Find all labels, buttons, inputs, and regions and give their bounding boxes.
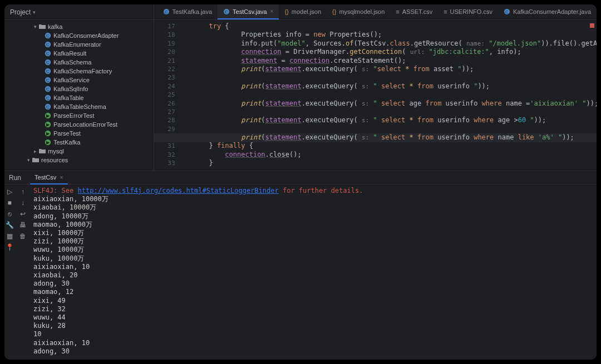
top-pane: Project ▾ ▾kafkaCKafkaConsumerAdapterCKa… bbox=[4, 4, 597, 171]
line-number[interactable]: 18 bbox=[154, 31, 175, 39]
close-icon[interactable]: × bbox=[60, 174, 63, 181]
tree-item[interactable]: CKafkaSchema bbox=[4, 58, 154, 67]
svg-text:C: C bbox=[46, 78, 50, 83]
line-number[interactable]: 26 bbox=[154, 99, 175, 108]
run-class-icon: ▶ bbox=[45, 121, 51, 128]
project-tree: ▾kafkaCKafkaConsumerAdapterCKafkaEnumera… bbox=[4, 20, 154, 164]
class-icon: C bbox=[45, 50, 51, 57]
rerun-icon[interactable]: ▷ bbox=[7, 188, 12, 196]
folder-icon bbox=[39, 148, 46, 154]
line-number[interactable]: 20 bbox=[154, 48, 175, 56]
svg-text:C: C bbox=[46, 51, 50, 56]
csv-file-icon: ≡ bbox=[396, 8, 399, 15]
tree-item[interactable]: CKafkaTable bbox=[4, 93, 154, 102]
class-icon: C bbox=[45, 68, 51, 74]
svg-text:C: C bbox=[46, 104, 50, 109]
layout-icon[interactable]: ▦ bbox=[7, 232, 13, 240]
svg-text:C: C bbox=[165, 9, 168, 14]
close-icon[interactable]: × bbox=[270, 8, 274, 14]
class-icon: C bbox=[45, 59, 51, 66]
tree-item[interactable]: ▶ParseErrorTest bbox=[4, 111, 154, 120]
pin-icon[interactable]: 📍 bbox=[6, 243, 14, 251]
folder-icon bbox=[32, 157, 39, 163]
line-number[interactable]: 23 bbox=[154, 73, 175, 82]
tree-item[interactable]: CKafkaResult bbox=[4, 49, 154, 58]
softwrap-icon[interactable]: ↩ bbox=[20, 210, 26, 218]
error-stripe-mark[interactable] bbox=[590, 23, 594, 28]
line-number[interactable]: 28 bbox=[154, 116, 175, 124]
line-number[interactable]: 24 bbox=[154, 82, 175, 91]
svg-text:C: C bbox=[505, 9, 509, 14]
svg-text:▶: ▶ bbox=[46, 122, 50, 127]
run-body: ▷ ■ ⎋ 🔧 ▦ 📍 ↑ ↓ ↩ 🖶 🗑 SLF4J: See http://… bbox=[4, 185, 597, 360]
line-number[interactable]: 25 bbox=[154, 91, 175, 99]
tree-item[interactable]: ▶TestKafka bbox=[4, 138, 154, 147]
editor-tab[interactable]: CTestCsv.java× bbox=[218, 4, 279, 19]
class-icon: C bbox=[45, 32, 51, 39]
editor-tab[interactable]: ≡ASSET.csv bbox=[390, 4, 438, 19]
csv-file-icon: ≡ bbox=[444, 8, 447, 15]
editor-tab[interactable]: CTestKafka.java bbox=[157, 4, 218, 19]
svg-text:▶: ▶ bbox=[46, 113, 50, 118]
editor-tab[interactable]: {}mysqlmodel.json bbox=[327, 4, 390, 19]
editor-tab[interactable]: {}model.json bbox=[279, 4, 327, 19]
java-file-icon: C bbox=[504, 8, 510, 15]
class-icon: C bbox=[45, 94, 51, 101]
settings-icon[interactable]: 🔧 bbox=[6, 221, 14, 229]
svg-text:C: C bbox=[46, 33, 50, 38]
svg-text:C: C bbox=[46, 87, 50, 92]
down-icon[interactable]: ↓ bbox=[21, 199, 24, 207]
run-class-icon: ▶ bbox=[45, 139, 51, 146]
svg-text:C: C bbox=[46, 96, 50, 101]
editor-tab[interactable]: CKafkaConsumerAdapter.java bbox=[498, 4, 597, 19]
tree-item[interactable]: CKafkaService bbox=[4, 76, 154, 84]
trash-icon[interactable]: 🗑 bbox=[19, 232, 26, 240]
tree-folder-mysql[interactable]: ▸mysql bbox=[4, 147, 154, 156]
tree-item[interactable]: CKafkaConsumerAdapter bbox=[4, 31, 154, 40]
code-area[interactable]: try { Properties info = new Properties()… bbox=[193, 22, 580, 168]
print-icon[interactable]: 🖶 bbox=[19, 221, 26, 229]
line-number[interactable]: 17 bbox=[154, 22, 175, 31]
tree-folder-kafka[interactable]: ▾kafka bbox=[4, 22, 154, 31]
svg-text:C: C bbox=[225, 9, 228, 14]
tree-item[interactable]: ▶ParseTest bbox=[4, 129, 154, 138]
project-sidebar: Project ▾ ▾kafkaCKafkaConsumerAdapterCKa… bbox=[4, 4, 154, 171]
project-label: Project bbox=[10, 8, 31, 16]
ide-window: Project ▾ ▾kafkaCKafkaConsumerAdapterCKa… bbox=[4, 4, 597, 360]
tree-item[interactable]: CKafkaSqlInfo bbox=[4, 84, 154, 93]
run-header: Run TestCsv × bbox=[4, 171, 597, 185]
java-file-icon: C bbox=[163, 8, 170, 15]
code-editor[interactable]: 1718192021222324252627282930💡313233 try … bbox=[154, 20, 597, 171]
line-number[interactable]: 19 bbox=[154, 39, 175, 48]
stop-icon[interactable]: ■ bbox=[7, 199, 11, 207]
up-icon[interactable]: ↑ bbox=[21, 188, 24, 196]
run-console[interactable]: SLF4J: See http://www.slf4j.org/codes.ht… bbox=[28, 185, 597, 360]
exit-icon[interactable]: ⎋ bbox=[8, 210, 12, 218]
run-label[interactable]: Run bbox=[9, 174, 21, 182]
line-number[interactable]: 33 bbox=[154, 159, 175, 167]
project-header[interactable]: Project ▾ bbox=[4, 4, 154, 20]
tree-item[interactable]: CKafkaEnumerator bbox=[4, 40, 154, 49]
run-tab-testcsv[interactable]: TestCsv × bbox=[30, 171, 68, 185]
tree-folder-resources[interactable]: ▾resources bbox=[4, 156, 154, 164]
line-number[interactable]: 32 bbox=[154, 151, 175, 159]
tree-item[interactable]: ▶ParseLocationErrorTest bbox=[4, 120, 154, 129]
tree-item[interactable]: CKafkaSchemaFactory bbox=[4, 67, 154, 76]
tree-item[interactable]: CKafkaTableSchema bbox=[4, 102, 154, 111]
chevron-down-icon: ▾ bbox=[33, 9, 36, 15]
run-toolbar: ▷ ■ ⎋ 🔧 ▦ 📍 ↑ ↓ ↩ 🖶 🗑 bbox=[4, 185, 28, 360]
class-icon: C bbox=[45, 41, 51, 48]
line-number[interactable]: 22 bbox=[154, 65, 175, 73]
line-number[interactable]: 29 bbox=[154, 125, 175, 133]
class-icon: C bbox=[45, 77, 51, 83]
line-number[interactable]: 31 bbox=[154, 142, 175, 150]
svg-text:▶: ▶ bbox=[46, 131, 50, 136]
svg-text:C: C bbox=[46, 60, 50, 65]
editor-tab[interactable]: ≡USERINFO.csv bbox=[438, 4, 498, 19]
line-number[interactable]: 21 bbox=[154, 57, 175, 65]
class-icon: C bbox=[45, 103, 51, 110]
line-number[interactable]: 27 bbox=[154, 108, 175, 116]
svg-text:C: C bbox=[46, 42, 50, 47]
folder-icon bbox=[39, 24, 46, 29]
slf4j-link[interactable]: http://www.slf4j.org/codes.html#StaticLo… bbox=[77, 187, 278, 195]
